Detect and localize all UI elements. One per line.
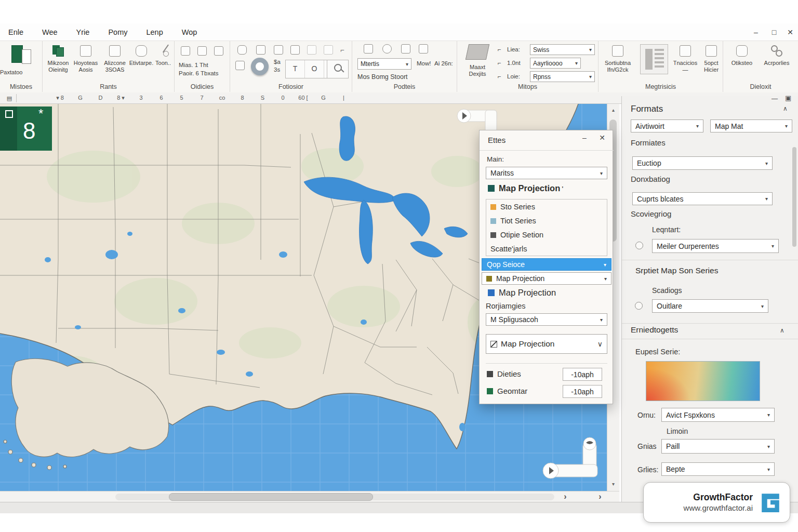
select-all-icon[interactable] bbox=[5, 110, 13, 118]
rants-button-4[interactable]: Etivtarpe. bbox=[129, 45, 154, 66]
maximize-button[interactable]: □ bbox=[767, 26, 781, 38]
list-item[interactable]: Sto Series bbox=[490, 203, 535, 211]
dialog-minimize-button[interactable]: – bbox=[578, 134, 591, 142]
scroll-up-icon[interactable]: ▴ bbox=[607, 107, 619, 113]
scadiogs-dropdown[interactable]: Ouitlare ▾ bbox=[652, 299, 768, 313]
zoom-tool-box[interactable] bbox=[327, 60, 349, 78]
orientation-icon[interactable] bbox=[197, 46, 207, 56]
frame-icon[interactable] bbox=[419, 44, 428, 54]
projection-dropdown[interactable]: Map Projection ▾ bbox=[482, 272, 611, 285]
ring-icon[interactable] bbox=[251, 58, 269, 75]
mitops-row1-select[interactable]: Swiss ▾ bbox=[530, 44, 595, 55]
name-box[interactable]: ▤ bbox=[3, 94, 17, 102]
text-tool[interactable]: T bbox=[286, 60, 305, 78]
pane-scrollbar-thumb[interactable] bbox=[792, 147, 796, 247]
lock-icon[interactable] bbox=[274, 45, 283, 55]
main-dropdown[interactable]: Maritss ▾ bbox=[486, 167, 607, 179]
scroll-right-icon[interactable]: › bbox=[560, 491, 570, 502]
dialog-close-button[interactable]: ✕ bbox=[596, 134, 608, 142]
artwork-dropdown[interactable]: Aivtiwoirt ▾ bbox=[631, 119, 703, 132]
hscroll-thumb[interactable] bbox=[169, 493, 373, 501]
scadiogs-radio[interactable] bbox=[635, 302, 643, 310]
close-button[interactable]: ✕ bbox=[783, 26, 797, 38]
pane-grid-icon[interactable]: ▣ bbox=[785, 94, 791, 102]
shape-icon[interactable] bbox=[401, 44, 410, 54]
mitops-row3-select[interactable]: Rpnss ▾ bbox=[530, 71, 595, 82]
header-cell[interactable]: G bbox=[70, 92, 90, 103]
header-cell[interactable]: 8 bbox=[232, 92, 252, 103]
menu-item-3[interactable]: Yrie bbox=[76, 28, 90, 36]
sorting-button[interactable]: Sortiubtna Ifn/G2ck bbox=[602, 45, 634, 73]
header-cell[interactable]: S bbox=[252, 92, 273, 103]
header-cell[interactable]: 6 bbox=[151, 92, 171, 103]
spligu-dropdown[interactable]: M Spligusacoh ▾ bbox=[486, 313, 607, 326]
maaxt-dexjits-button[interactable]: Maaxt Dexjits bbox=[461, 44, 494, 77]
collapse-chevron-icon[interactable]: ∧ bbox=[783, 105, 788, 112]
header-cell[interactable]: 60 [ bbox=[293, 92, 313, 103]
paste-icon[interactable] bbox=[11, 45, 31, 67]
header-cell[interactable]: G bbox=[313, 92, 334, 103]
color-gradient-swatch[interactable] bbox=[646, 361, 760, 401]
sopct-button[interactable]: 5opct Hicier bbox=[700, 45, 722, 73]
minimize-button[interactable]: – bbox=[749, 26, 763, 38]
geomtar-input[interactable]: -10aph bbox=[563, 385, 602, 398]
formiates-dropdown[interactable]: Euctiop ▾ bbox=[632, 156, 773, 170]
scroll-right-icon-2[interactable]: › bbox=[595, 491, 605, 502]
grid-icon[interactable] bbox=[290, 45, 300, 55]
podteis-caption: Mos Bomg Stoort bbox=[357, 73, 408, 81]
header-cell[interactable]: 7 bbox=[192, 92, 212, 103]
menu-item-6[interactable]: Wop bbox=[182, 28, 197, 36]
header-cell[interactable]: 8 ▾ bbox=[111, 92, 131, 103]
collapse-chevron-icon[interactable]: ∧ bbox=[780, 327, 784, 334]
grlies-dropdown[interactable]: Bepte ▾ bbox=[661, 462, 775, 476]
leqntart-dropdown[interactable]: Meiler Ourperentes ▾ bbox=[652, 239, 779, 253]
otiksteo-button[interactable]: Otiksteo bbox=[726, 45, 757, 66]
size-icon[interactable] bbox=[214, 46, 223, 56]
circles-icon[interactable] bbox=[382, 44, 392, 54]
gnias-dropdown[interactable]: Paill ▾ bbox=[661, 439, 775, 454]
acrporlies-button[interactable]: Acrporlies bbox=[759, 45, 795, 66]
header-cell[interactable]: 0 bbox=[273, 92, 293, 103]
menu-item-1[interactable]: Enle bbox=[8, 28, 23, 36]
header-cell[interactable]: | bbox=[334, 92, 354, 103]
oval-tool[interactable]: O bbox=[305, 60, 324, 78]
dieties-input[interactable]: -10aph bbox=[563, 368, 602, 381]
rants-button-5[interactable]: Toon.. bbox=[153, 45, 174, 66]
menu-item-4[interactable]: Pomy bbox=[108, 28, 127, 36]
mitops-row2-select[interactable]: Aayrlioooo ▾ bbox=[530, 58, 581, 69]
big-projection-dropdown[interactable]: Map Projection ∨ bbox=[486, 334, 607, 354]
menu-item-2[interactable]: Wee bbox=[42, 28, 58, 36]
comment-icon[interactable] bbox=[237, 45, 247, 55]
undo-icon[interactable]: ⌐ bbox=[340, 46, 344, 54]
window-icon[interactable] bbox=[364, 44, 373, 54]
donx-dropdown[interactable]: Cuprts blcates ▾ bbox=[632, 192, 773, 205]
list-item[interactable]: Scatte'jarls bbox=[490, 245, 527, 253]
menu-item-5[interactable]: Lenp bbox=[146, 28, 163, 36]
leqntart-radio[interactable] bbox=[635, 242, 643, 249]
selected-view-button[interactable] bbox=[640, 44, 668, 74]
header-cell[interactable]: D bbox=[90, 92, 111, 103]
rants-button-1[interactable]: Mikzoon Oieinitg bbox=[45, 45, 72, 73]
margins-icon[interactable] bbox=[181, 46, 190, 56]
horizontal-scrollbar[interactable]: › › bbox=[0, 491, 619, 502]
rants-button-3[interactable]: Alizcone 3SOAS bbox=[101, 45, 129, 73]
selected-series-row[interactable]: Qop Seioce ▾ bbox=[482, 258, 611, 271]
scatter-dots-icon[interactable] bbox=[307, 45, 316, 55]
list-item[interactable]: Tiot Series bbox=[490, 217, 536, 225]
header-cell[interactable]: 5 bbox=[171, 92, 192, 103]
ornu-dropdown[interactable]: Avict Fspxkons ▾ bbox=[661, 408, 775, 422]
header-cell[interactable]: 3 bbox=[131, 92, 151, 103]
mapmat-dropdown[interactable]: Map Mat ▾ bbox=[710, 119, 792, 132]
pen-icon[interactable] bbox=[256, 45, 265, 55]
header-cell[interactable]: ▾ 8 bbox=[50, 92, 70, 103]
tnacicios-button[interactable]: Tnacicios — bbox=[670, 45, 700, 73]
layout-icon[interactable] bbox=[235, 61, 245, 70]
mtertis-dropdown[interactable]: Mtertis ▾ bbox=[357, 58, 411, 70]
corner-dots-icon[interactable] bbox=[324, 45, 333, 55]
paste-button[interactable]: Paxtatoo bbox=[0, 69, 42, 76]
list-item[interactable]: Otipie Setion bbox=[490, 231, 543, 239]
scroll-down-icon[interactable]: ▾ bbox=[607, 481, 619, 487]
pane-minimize-icon[interactable]: — bbox=[772, 95, 778, 102]
rants-button-2[interactable]: Hoyoteas Aosis bbox=[72, 45, 100, 73]
header-cell[interactable]: co bbox=[212, 92, 232, 103]
